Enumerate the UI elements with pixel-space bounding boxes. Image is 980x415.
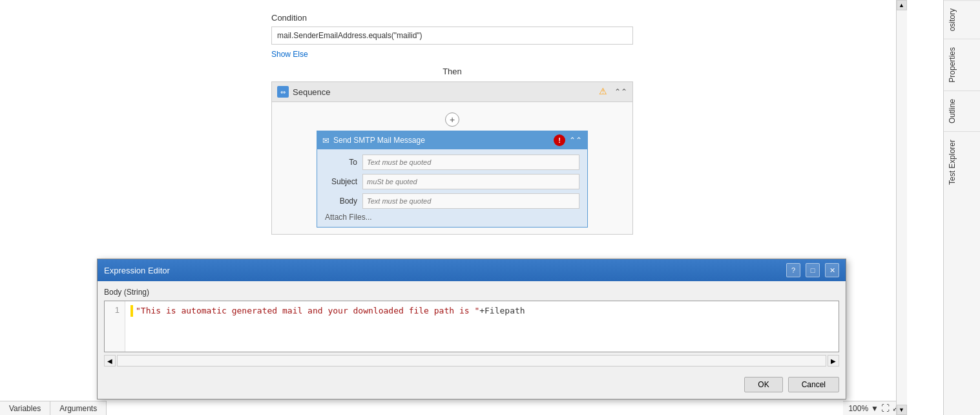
to-input[interactable] bbox=[362, 154, 579, 170]
zoom-bar: 100% ▼ ⛶ ⤢ bbox=[843, 401, 904, 415]
scroll-left-button[interactable]: ◀ bbox=[104, 355, 116, 367]
cancel-button[interactable]: Cancel bbox=[788, 377, 839, 392]
editor-area[interactable]: 1 "This is automatic generated mail and … bbox=[104, 301, 839, 352]
bottom-tabs: Variables Arguments bbox=[0, 401, 107, 415]
canvas: Condition Show Else Then ⇔ Sequence ⚠ ⌃⌃… bbox=[0, 0, 943, 248]
sidebar-tab-properties[interactable]: Properties bbox=[944, 39, 980, 90]
scroll-down-button[interactable]: ▼ bbox=[897, 405, 907, 415]
smtp-block: ✉ Send SMTP Mail Message ! ⌃⌃ To Subje bbox=[317, 131, 588, 228]
right-sidebar: ository Properties Outline Test Explorer bbox=[943, 0, 980, 415]
dialog-help-button[interactable]: ? bbox=[786, 263, 800, 277]
sequence-header: ⇔ Sequence ⚠ ⌃⌃ bbox=[272, 82, 632, 102]
arguments-tab[interactable]: Arguments bbox=[50, 401, 107, 415]
subject-label: Subject bbox=[325, 177, 357, 186]
fit-screen-icon[interactable]: ⛶ bbox=[881, 403, 890, 413]
email-icon: ✉ bbox=[322, 136, 329, 145]
smtp-title: Send SMTP Mail Message bbox=[333, 136, 550, 145]
zoom-dropdown-icon[interactable]: ▼ bbox=[871, 404, 879, 413]
dialog-maximize-button[interactable]: □ bbox=[806, 263, 820, 277]
variables-tab[interactable]: Variables bbox=[0, 401, 50, 415]
sidebar-tab-test-explorer[interactable]: Test Explorer bbox=[944, 131, 980, 193]
condition-section: Condition Show Else Then ⇔ Sequence ⚠ ⌃⌃… bbox=[271, 13, 917, 235]
error-icon: ! bbox=[554, 134, 565, 146]
zoom-value: 100% bbox=[848, 404, 868, 413]
scroll-right-button[interactable]: ▶ bbox=[828, 355, 839, 367]
body-field-row: Body bbox=[325, 193, 579, 209]
ok-button[interactable]: OK bbox=[744, 377, 782, 392]
code-var-part: +Filepath bbox=[479, 306, 525, 315]
collapse-button[interactable]: ⌃⌃ bbox=[614, 87, 627, 96]
sequence-body: + ✉ Send SMTP Mail Message ! ⌃⌃ To bbox=[272, 102, 632, 234]
code-string-part: "This is automatic generated mail and yo… bbox=[136, 306, 479, 315]
smtp-body: To Subject Body Attach Files bbox=[317, 149, 587, 227]
show-else-link[interactable]: Show Else bbox=[271, 50, 308, 59]
dialog-footer: OK Cancel bbox=[98, 373, 846, 399]
vertical-scrollbar: ▲ ▼ bbox=[896, 0, 906, 415]
body-label: Body bbox=[325, 197, 357, 206]
scroll-track[interactable] bbox=[897, 10, 907, 405]
condition-label: Condition bbox=[271, 13, 917, 23]
scroll-track-horizontal[interactable] bbox=[117, 355, 826, 367]
field-type-label: Body (String) bbox=[104, 288, 839, 297]
then-label: Then bbox=[271, 67, 633, 76]
subject-field-row: Subject bbox=[325, 174, 579, 189]
to-field-row: To bbox=[325, 154, 579, 170]
dialog-title: Expression Editor bbox=[104, 266, 781, 275]
dialog-titlebar: Expression Editor ? □ ✕ bbox=[98, 259, 846, 281]
horizontal-scrollbar: ◀ ▶ bbox=[104, 355, 839, 367]
condition-input[interactable] bbox=[271, 27, 633, 45]
sequence-icon: ⇔ bbox=[277, 86, 289, 98]
dialog-close-button[interactable]: ✕ bbox=[825, 263, 839, 277]
smtp-header: ✉ Send SMTP Mail Message ! ⌃⌃ bbox=[317, 131, 587, 149]
scroll-up-button[interactable]: ▲ bbox=[897, 0, 907, 10]
add-activity-button[interactable]: + bbox=[445, 112, 459, 127]
current-line-indicator bbox=[130, 305, 133, 317]
subject-input[interactable] bbox=[362, 174, 579, 189]
warning-icon: ⚠ bbox=[599, 86, 610, 98]
sequence-block: ⇔ Sequence ⚠ ⌃⌃ + ✉ Send SMTP Mail Messa… bbox=[271, 81, 633, 235]
sequence-title: Sequence bbox=[293, 87, 595, 97]
body-input[interactable] bbox=[362, 193, 579, 209]
sidebar-tab-outline[interactable]: Outline bbox=[944, 90, 980, 131]
to-label: To bbox=[325, 158, 357, 167]
expression-editor-dialog: Expression Editor ? □ ✕ Body (String) 1 … bbox=[97, 259, 846, 399]
smtp-collapse-button[interactable]: ⌃⌃ bbox=[569, 136, 582, 145]
dialog-content: Body (String) 1 "This is automatic gener… bbox=[98, 281, 846, 373]
sidebar-tab-repository[interactable]: ository bbox=[944, 0, 980, 39]
attach-files-label: Attach Files... bbox=[325, 213, 579, 222]
editor-content[interactable]: "This is automatic generated mail and yo… bbox=[125, 301, 839, 352]
line-numbers: 1 bbox=[105, 301, 125, 352]
